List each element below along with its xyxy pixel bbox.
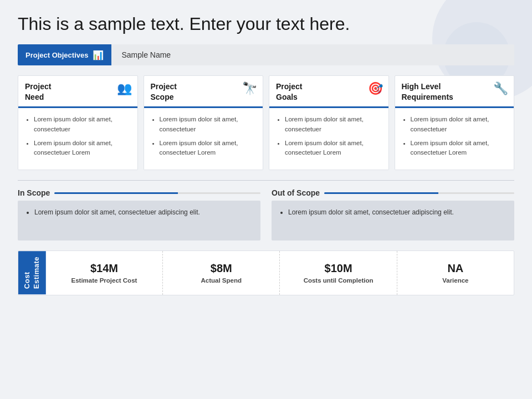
card-bullet: Lorem ipsum dolor sit amet, consectetuer… <box>34 139 131 158</box>
in-scope-block: In Scope Lorem ipsum dolor sit amet, con… <box>18 188 260 241</box>
card-body-project-need: Lorem ipsum dolor sit amet, consectetuer… <box>18 108 137 170</box>
cost-item-3: NAVarience <box>397 251 514 294</box>
card-title-project-need: ProjectNeed <box>25 81 51 101</box>
card-header-high-level-requirements: High LevelRequirements🔧 <box>395 76 514 108</box>
objectives-name: Sample Name <box>111 50 171 59</box>
out-of-scope-content: Lorem ipsum dolor sit amet, consectetuer… <box>272 201 514 241</box>
target-icon: 🎯 <box>368 81 383 96</box>
telescope-icon: 🔭 <box>242 81 257 96</box>
in-scope-title: In Scope <box>18 188 50 197</box>
cost-amount-1: $8M <box>211 262 232 275</box>
people-icon: 👥 <box>117 81 132 96</box>
cost-item-1: $8MActual Spend <box>163 251 280 294</box>
card-header-project-goals: ProjectGoals🎯 <box>269 76 388 108</box>
card-bullet: Lorem ipsum dolor sit amet, consectetuer… <box>411 139 508 158</box>
card-bullet: Lorem ipsum dolor sit amet, consectetuer <box>285 115 382 134</box>
in-scope-content: Lorem ipsum dolor sit amet, consectetuer… <box>18 201 260 241</box>
card-bullet: Lorem ipsum dolor sit amet, consectetuer <box>34 115 131 134</box>
cost-amount-3: NA <box>447 262 463 275</box>
card-title-project-scope: ProjectScope <box>151 81 177 101</box>
card-bullet: Lorem ipsum dolor sit amet, consectetuer <box>160 115 257 134</box>
cost-estimate-row: CostEstimate $14MEstimate Project Cost$8… <box>18 250 514 295</box>
out-of-scope-line <box>324 192 514 194</box>
cost-items: $14MEstimate Project Cost$8MActual Spend… <box>46 251 514 294</box>
wrench-icon: 🔧 <box>493 81 508 96</box>
card-high-level-requirements: High LevelRequirements🔧Lorem ipsum dolor… <box>395 75 515 170</box>
objectives-bar: Project Objectives 📊 Sample Name <box>18 44 514 65</box>
card-body-project-goals: Lorem ipsum dolor sit amet, consectetuer… <box>269 108 388 170</box>
page: This is a sample text. Enter your text h… <box>0 0 532 399</box>
cost-desc-0: Estimate Project Cost <box>71 277 137 284</box>
presentation-icon: 📊 <box>93 50 104 60</box>
cost-desc-1: Actual Spend <box>201 277 242 284</box>
card-body-high-level-requirements: Lorem ipsum dolor sit amet, consectetuer… <box>395 108 514 170</box>
card-bullet: Lorem ipsum dolor sit amet, consectetuer… <box>160 139 257 158</box>
objectives-label-block: Project Objectives 📊 <box>18 44 111 65</box>
out-of-scope-item: Lorem ipsum dolor sit amet, consectetuer… <box>288 207 507 217</box>
objectives-label-text: Project Objectives <box>25 51 88 59</box>
card-bullet: Lorem ipsum dolor sit amet, consectetuer <box>411 115 508 134</box>
cost-desc-3: Varience <box>442 277 468 284</box>
in-scope-line <box>54 192 260 194</box>
content-area: This is a sample text. Enter your text h… <box>18 13 514 295</box>
scope-row: In Scope Lorem ipsum dolor sit amet, con… <box>18 188 514 241</box>
cost-estimate-label: CostEstimate <box>18 251 46 294</box>
card-title-project-goals: ProjectGoals <box>276 81 302 101</box>
card-project-need: ProjectNeed👥Lorem ipsum dolor sit amet, … <box>18 75 138 170</box>
cost-desc-2: Costs until Completion <box>304 277 374 284</box>
card-project-scope: ProjectScope🔭Lorem ipsum dolor sit amet,… <box>144 75 264 170</box>
card-title-high-level-requirements: High LevelRequirements <box>402 81 453 101</box>
cost-item-2: $10MCosts until Completion <box>280 251 397 294</box>
out-of-scope-title: Out of Scope <box>272 188 320 197</box>
card-project-goals: ProjectGoals🎯Lorem ipsum dolor sit amet,… <box>269 75 389 170</box>
divider-1 <box>18 180 514 181</box>
cost-amount-0: $14M <box>90 262 118 275</box>
cost-item-0: $14MEstimate Project Cost <box>46 251 163 294</box>
card-body-project-scope: Lorem ipsum dolor sit amet, consectetuer… <box>144 108 263 170</box>
cost-amount-2: $10M <box>325 262 352 275</box>
card-header-project-need: ProjectNeed👥 <box>18 76 137 108</box>
cards-row: ProjectNeed👥Lorem ipsum dolor sit amet, … <box>18 75 514 170</box>
in-scope-header: In Scope <box>18 188 260 197</box>
card-bullet: Lorem ipsum dolor sit amet, consectetuer… <box>285 139 382 158</box>
out-of-scope-block: Out of Scope Lorem ipsum dolor sit amet,… <box>272 188 514 241</box>
in-scope-item: Lorem ipsum dolor sit amet, consectetuer… <box>34 207 253 217</box>
main-title: This is a sample text. Enter your text h… <box>18 13 514 34</box>
card-header-project-scope: ProjectScope🔭 <box>144 76 263 108</box>
out-of-scope-header: Out of Scope <box>272 188 514 197</box>
